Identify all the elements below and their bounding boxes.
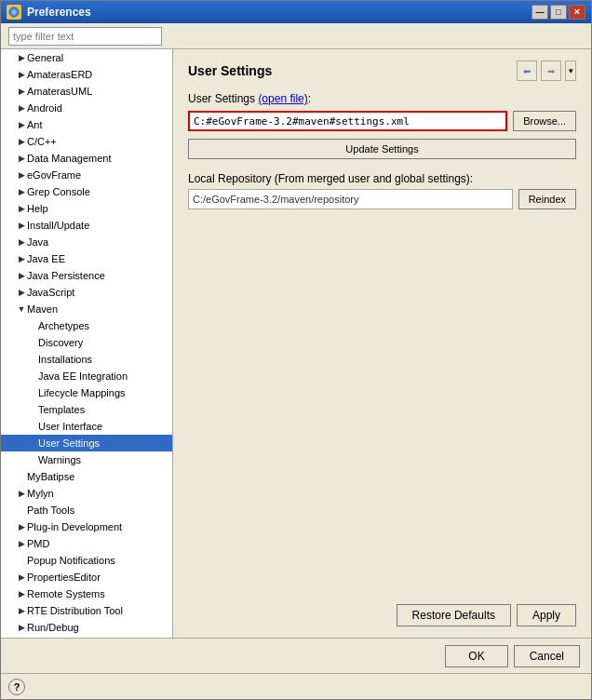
- tree-label-plugin-dev: Plug-in Development: [27, 521, 122, 532]
- tree-item-install-update[interactable]: Install/Update: [1, 217, 172, 234]
- tree-arrow-warnings: [27, 454, 38, 465]
- tree-item-user-settings[interactable]: User Settings: [1, 435, 172, 451]
- filter-toolbar: [1, 23, 591, 49]
- tree-item-mybatipse[interactable]: MyBatipse: [1, 468, 172, 485]
- tree-item-pmd[interactable]: PMD: [1, 535, 172, 552]
- close-button[interactable]: ✕: [569, 5, 585, 20]
- tree-item-cpp[interactable]: C/C++: [1, 133, 172, 150]
- tree-item-templates[interactable]: Templates: [1, 401, 172, 418]
- settings-path-row: Browse...: [188, 111, 576, 131]
- tree-label-general: General: [27, 52, 63, 63]
- tree-label-android: Android: [27, 102, 62, 114]
- tree-label-run-debug: Run/Debug: [27, 622, 79, 633]
- tree-arrow-user-interface: [27, 421, 38, 432]
- tree-item-warnings[interactable]: Warnings: [1, 451, 172, 468]
- tree-arrow-egovframe: [16, 169, 27, 181]
- tree-arrow-pmd: [16, 538, 27, 549]
- sidebar-tree: General AmaterasERD AmaterasUML Android …: [1, 49, 173, 638]
- tree-item-discovery[interactable]: Discovery: [1, 334, 172, 351]
- update-settings-button[interactable]: Update Settings: [188, 139, 576, 159]
- nav-forward-button[interactable]: ➡: [541, 61, 561, 81]
- tree-label-maven: Maven: [27, 303, 58, 315]
- tree-item-maven[interactable]: Maven: [1, 301, 172, 317]
- tree-item-java-ee-integration[interactable]: Java EE Integration: [1, 368, 172, 384]
- tree-arrow-data-management: [16, 153, 27, 164]
- tree-item-plugin-dev[interactable]: Plug-in Development: [1, 518, 172, 535]
- help-button[interactable]: ?: [8, 679, 25, 695]
- tree-arrow-installations: [27, 354, 38, 365]
- tree-label-java: Java: [27, 236, 48, 248]
- tree-item-mylyn[interactable]: Mylyn: [1, 485, 172, 502]
- local-repo-value: C:/eGovFrame-3.2/maven/repository: [188, 189, 513, 209]
- right-panel: User Settings ⬅ ➡ ▾ User Settings (open …: [173, 49, 591, 638]
- tree-arrow-plugin-dev: [16, 521, 27, 532]
- maximize-button[interactable]: □: [550, 5, 567, 20]
- tree-label-lifecycle-mappings: Lifecycle Mappings: [38, 387, 126, 398]
- tree-item-egovframe[interactable]: eGovFrame: [1, 167, 172, 183]
- tree-item-archetypes[interactable]: Archetypes: [1, 317, 172, 334]
- reindex-button[interactable]: Reindex: [518, 189, 576, 209]
- tree-label-java-persistence: Java Persistence: [27, 270, 105, 281]
- filter-input[interactable]: [8, 27, 162, 46]
- tree-arrow-java-ee: [16, 253, 27, 264]
- tree-item-user-interface[interactable]: User Interface: [1, 418, 172, 435]
- tree-arrow-java-ee-integration: [27, 370, 38, 382]
- tree-item-lifecycle-mappings[interactable]: Lifecycle Mappings: [1, 384, 172, 401]
- preferences-window: Preferences — □ ✕ General AmaterasERD Am…: [0, 0, 592, 700]
- tree-label-java-ee: Java EE: [27, 253, 65, 264]
- tree-item-rte-distribution[interactable]: RTE Distribution Tool: [1, 602, 172, 619]
- tree-item-installations[interactable]: Installations: [1, 351, 172, 368]
- tree-label-amaterasuml: AmaterasUML: [27, 86, 92, 97]
- minimize-button[interactable]: —: [531, 5, 548, 20]
- tree-item-ant[interactable]: Ant: [1, 116, 172, 133]
- tree-arrow-archetypes: [27, 320, 38, 331]
- tree-item-help[interactable]: Help: [1, 200, 172, 217]
- tree-arrow-run-debug: [16, 622, 27, 633]
- tree-item-data-management[interactable]: Data Management: [1, 150, 172, 167]
- window-controls: — □ ✕: [531, 5, 585, 20]
- tree-arrow-templates: [27, 404, 38, 415]
- tree-label-templates: Templates: [38, 404, 85, 415]
- user-settings-text: User Settings: [188, 92, 258, 105]
- user-settings-label-row: User Settings (open file):: [188, 92, 576, 105]
- tree-item-popup-notifications[interactable]: Popup Notifications: [1, 552, 172, 569]
- ok-button[interactable]: OK: [445, 645, 507, 667]
- tree-label-amateraserd: AmaterasERD: [27, 69, 92, 80]
- bottom-bar: OK Cancel: [1, 638, 591, 673]
- tree-item-javascript[interactable]: JavaScript: [1, 284, 172, 301]
- tree-item-amaterasuml[interactable]: AmaterasUML: [1, 83, 172, 100]
- window-title: Preferences: [27, 6, 531, 19]
- tree-label-egovframe: eGovFrame: [27, 169, 81, 181]
- tree-item-android[interactable]: Android: [1, 100, 172, 116]
- tree-label-pmd: PMD: [27, 538, 49, 549]
- tree-label-user-interface: User Interface: [38, 421, 102, 432]
- settings-path-input[interactable]: [188, 111, 507, 131]
- nav-buttons: ⬅ ➡ ▾: [517, 61, 576, 81]
- open-file-link[interactable]: (open file): [258, 92, 307, 105]
- tree-arrow-help: [16, 203, 27, 214]
- tree-label-help: Help: [27, 203, 48, 214]
- restore-defaults-button[interactable]: Restore Defaults: [397, 604, 511, 626]
- tree-item-run-debug[interactable]: Run/Debug: [1, 619, 172, 636]
- cancel-button[interactable]: Cancel: [514, 645, 580, 667]
- tree-item-properties-editor[interactable]: PropertiesEditor: [1, 569, 172, 586]
- tree-label-installations: Installations: [38, 354, 92, 365]
- tree-label-archetypes: Archetypes: [38, 320, 89, 331]
- tree-item-grep-console[interactable]: Grep Console: [1, 183, 172, 200]
- tree-item-amateraserd[interactable]: AmaterasERD: [1, 66, 172, 83]
- apply-button[interactable]: Apply: [517, 604, 576, 626]
- tree-item-java[interactable]: Java: [1, 234, 172, 250]
- tree-label-mylyn: Mylyn: [27, 488, 54, 499]
- tree-item-java-ee[interactable]: Java EE: [1, 250, 172, 267]
- tree-arrow-android: [16, 102, 27, 114]
- tree-arrow-mybatipse: [16, 471, 27, 482]
- browse-button[interactable]: Browse...: [513, 111, 576, 131]
- nav-back-button[interactable]: ⬅: [517, 61, 537, 81]
- tree-item-remote-systems[interactable]: Remote Systems: [1, 586, 172, 602]
- tree-item-path-tools[interactable]: Path Tools: [1, 502, 172, 518]
- tree-item-java-persistence[interactable]: Java Persistence: [1, 267, 172, 284]
- window-icon: [7, 5, 21, 20]
- panel-title: User Settings: [188, 63, 517, 78]
- nav-dropdown-button[interactable]: ▾: [565, 61, 576, 81]
- tree-item-general[interactable]: General: [1, 49, 172, 66]
